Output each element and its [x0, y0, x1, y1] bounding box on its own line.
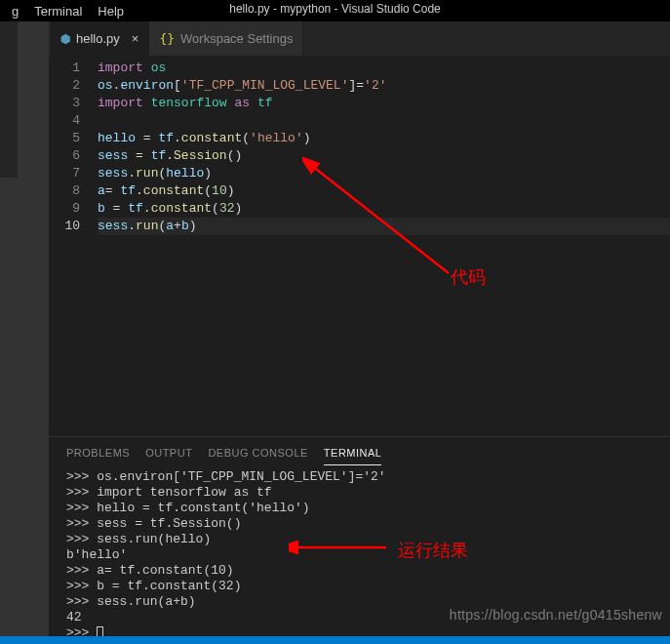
tab-workspace-settings[interactable]: {} Workspace Settings [149, 21, 303, 56]
panel-tab-terminal[interactable]: TERMINAL [324, 443, 382, 465]
code-editor[interactable]: 12345678910 import osos.environ['TF_CPP_… [0, 56, 670, 436]
sidebar-edge [0, 21, 18, 178]
terminal-line: >>> hello = tf.constant('hello') [66, 501, 670, 516]
terminal-line: >>> sess = tf.Session() [66, 516, 670, 532]
terminal-line: >>> sess.run(a+b) [66, 594, 670, 610]
panel-tab-problems[interactable]: PROBLEMS [66, 443, 130, 465]
close-icon[interactable]: × [132, 31, 139, 46]
menu-bar: g Terminal Help hello.py - mypython - Vi… [0, 0, 670, 21]
settings-icon: {} [159, 31, 175, 46]
panel-tab-output[interactable]: OUTPUT [145, 443, 192, 465]
terminal-line: b'hello' [66, 547, 670, 563]
tab-label: hello.py [76, 31, 120, 46]
panel-tabs: PROBLEMSOUTPUTDEBUG CONSOLETERMINAL [0, 437, 670, 465]
panel-tab-debug-console[interactable]: DEBUG CONSOLE [208, 443, 307, 465]
terminal-line: >>> b = tf.constant(32) [66, 579, 670, 594]
tab-label: Workspace Settings [180, 31, 293, 46]
terminal-line: >>> os.environ['TF_CPP_MIN_LOG_LEVEL']='… [66, 469, 670, 485]
menu-item-terminal[interactable]: Terminal [26, 2, 90, 20]
terminal-line: 42 [66, 610, 670, 625]
terminal-line: >>> a= tf.constant(10) [66, 563, 670, 579]
terminal-output[interactable]: >>> os.environ['TF_CPP_MIN_LOG_LEVEL']='… [0, 465, 670, 641]
tab-hello-py[interactable]: ⬢ hello.py × [51, 21, 149, 56]
menu-item[interactable]: g [4, 2, 26, 20]
code-area[interactable]: import osos.environ['TF_CPP_MIN_LOG_LEVE… [98, 60, 670, 436]
status-bar[interactable] [0, 636, 670, 644]
bottom-panel: PROBLEMSOUTPUTDEBUG CONSOLETERMINAL >>> … [0, 436, 670, 641]
python-icon: ⬢ [60, 32, 70, 46]
window-title: hello.py - mypython - Visual Studio Code [229, 2, 441, 16]
menu-item-help[interactable]: Help [90, 2, 132, 20]
terminal-line: >>> import tensorflow as tf [66, 485, 670, 501]
editor-tabs: ⬢ hello.py × {} Workspace Settings [0, 21, 670, 56]
terminal-line: >>> sess.run(hello) [66, 532, 670, 547]
